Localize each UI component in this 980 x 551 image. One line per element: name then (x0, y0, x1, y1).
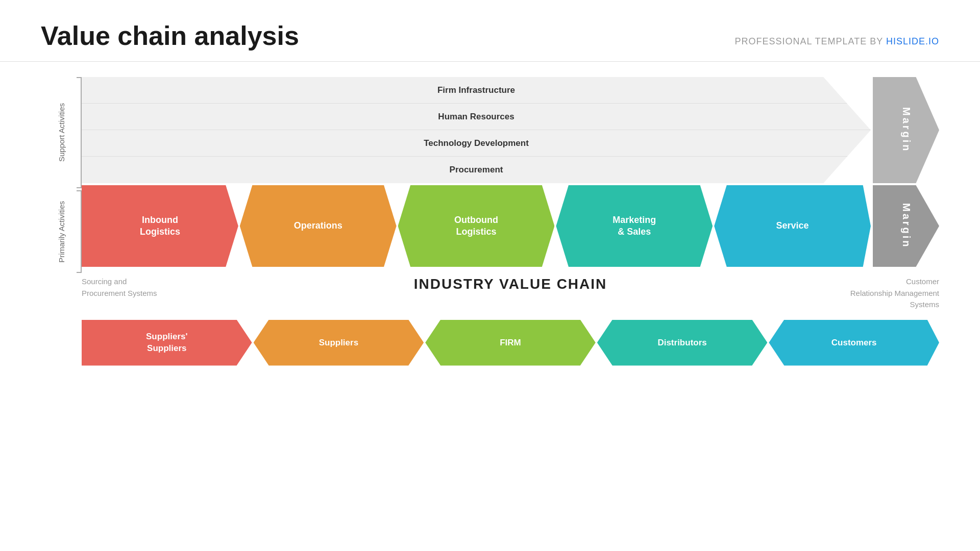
primary-activities-label: Primarily Activities (57, 201, 66, 263)
support-row-tech-dev: Technology Development (82, 130, 871, 157)
labels-column: Support Activities Primarily Activities (41, 77, 82, 273)
vc-diagram-area: Support Activities Primarily Activities … (41, 77, 939, 366)
ivc-title: INDUSTRY VALUE CHAIN (184, 276, 837, 292)
primary-outbound: Outbound Logistics (398, 185, 555, 267)
support-activities-label: Support Activities (57, 103, 66, 162)
service-label: Service (776, 220, 809, 232)
ivc-distributors: Distributors (597, 320, 768, 366)
margin-bottom-label: Margin (900, 203, 912, 249)
support-section-wrapper: Firm Infrastructure Human Resources Tech… (82, 77, 939, 183)
support-row-firm-infra: Firm Infrastructure (82, 77, 871, 104)
human-res-label: Human Resources (438, 112, 514, 122)
support-label-area: Support Activities (41, 77, 82, 188)
support-row-procurement: Procurement (82, 157, 871, 183)
primary-inbound: Inbound Logistics (82, 185, 238, 267)
ivc-customers: Customers (769, 320, 939, 366)
tech-dev-label: Technology Development (424, 138, 529, 148)
support-rows-container: Firm Infrastructure Human Resources Tech… (82, 77, 871, 183)
procurement-label: Procurement (450, 165, 503, 175)
operations-label: Operations (294, 220, 342, 232)
outbound-label: Outbound Logistics (454, 214, 498, 238)
firm-infra-label: Firm Infrastructure (437, 85, 515, 95)
ivc-labels-row: Sourcing andProcurement Systems INDUSTRY… (82, 276, 939, 311)
margin-top-label: Margin (900, 107, 912, 153)
ivc-suppliers-suppliers-label: Suppliers'Suppliers (146, 331, 188, 354)
template-link[interactable]: HiSlide.io (886, 36, 939, 46)
primary-label-area: Primarily Activities (41, 190, 82, 273)
primary-operations: Operations (240, 185, 397, 267)
ivc-right-label: CustomerRelationship Management Systems (837, 276, 939, 311)
ivc-suppliers-label: Suppliers (319, 338, 358, 348)
ivc-firm: FIRM (425, 320, 596, 366)
crm-label: CustomerRelationship Management Systems (850, 277, 939, 309)
ivc-customers-label: Customers (831, 338, 877, 348)
support-row-human-res: Human Resources (82, 104, 871, 130)
template-text: PROFESSIONAL TEMPLATE by (735, 36, 886, 46)
page-title: Value chain analysis (41, 20, 299, 51)
ivc-suppliers: Suppliers (254, 320, 424, 366)
template-credit: PROFESSIONAL TEMPLATE by HiSlide.io (735, 36, 939, 51)
sourcing-label: Sourcing andProcurement Systems (82, 277, 157, 297)
header: Value chain analysis PROFESSIONAL TEMPLA… (0, 0, 980, 62)
inbound-label: Inbound Logistics (140, 214, 180, 238)
margin-bottom-arrow: Margin (873, 185, 939, 267)
ivc-left-label: Sourcing andProcurement Systems (82, 276, 184, 299)
ivc-firm-label: FIRM (500, 338, 521, 348)
marketing-label: Marketing & Sales (612, 214, 656, 238)
primary-arrows-container: Inbound Logistics Operations Outbound Lo… (82, 185, 871, 267)
margin-top-arrow: Margin (873, 77, 939, 183)
primary-service: Service (714, 185, 871, 267)
ivc-distributors-label: Distributors (657, 338, 706, 348)
primary-section-wrapper: Inbound Logistics Operations Outbound Lo… (82, 185, 939, 267)
ivc-suppliers-suppliers: Suppliers'Suppliers (82, 320, 252, 366)
vc-diagram: Firm Infrastructure Human Resources Tech… (82, 77, 939, 366)
ivc-arrows-container: Suppliers'Suppliers Suppliers FIRM Distr… (82, 320, 939, 366)
main-content: Support Activities Primarily Activities … (0, 67, 980, 366)
primary-marketing: Marketing & Sales (556, 185, 713, 267)
page-container: Value chain analysis PROFESSIONAL TEMPLA… (0, 0, 980, 366)
